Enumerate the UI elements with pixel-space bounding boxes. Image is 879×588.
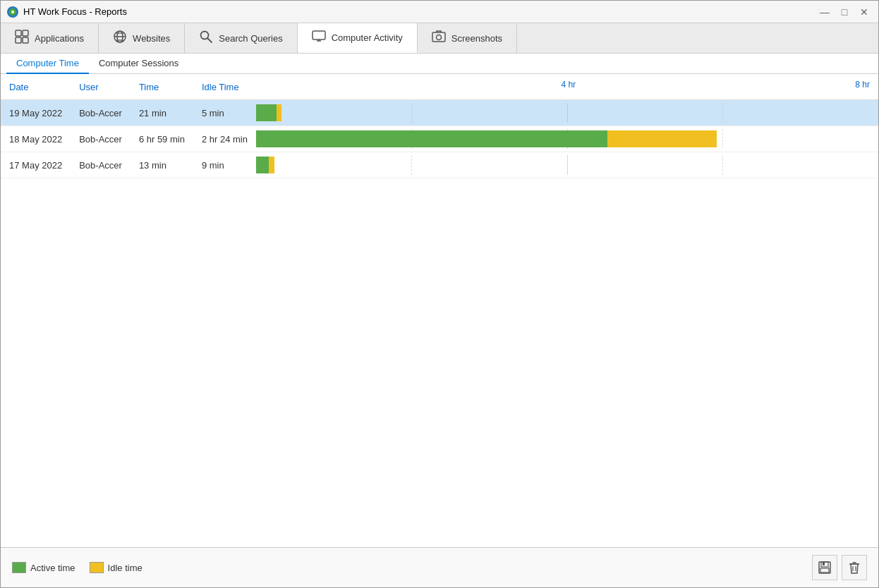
maximize-button[interactable]: □	[836, 4, 853, 20]
svg-point-12	[201, 32, 209, 39]
title-bar-controls: — □ ✕	[816, 4, 873, 20]
svg-line-13	[208, 39, 212, 43]
legend-idle-color	[90, 562, 104, 573]
legend-active: Active time	[12, 562, 75, 573]
legend-active-label: Active time	[30, 563, 75, 573]
delete-icon	[847, 561, 861, 575]
cell-user: Bob-Accer	[71, 100, 131, 126]
svg-rect-3	[16, 30, 21, 36]
legend-idle-label: Idle time	[108, 563, 143, 573]
chart-bar-container	[256, 103, 878, 123]
cell-date: 17 May 2022	[1, 152, 71, 178]
chart-bar-container	[256, 155, 878, 175]
main-window: HT Work Focus - Reports — □ ✕ Applicatio…	[0, 0, 879, 588]
main-tab-bar: Applications Websites Searc	[1, 23, 878, 54]
cell-idle-time: 2 hr 24 min	[193, 126, 256, 152]
table-row[interactable]: 18 May 2022Bob-Accer6 hr 59 min2 hr 24 m…	[1, 126, 878, 152]
window-title: HT Work Focus - Reports	[23, 6, 127, 17]
title-bar-left: HT Work Focus - Reports	[6, 6, 127, 18]
chart-bar-segment-idle	[277, 104, 281, 121]
footer-buttons	[812, 555, 867, 580]
search-icon	[199, 30, 213, 47]
table-row[interactable]: 19 May 2022Bob-Accer21 min5 min	[1, 100, 878, 126]
chart-label-4hr: 4 hr	[561, 80, 576, 90]
chart-grid-line	[567, 155, 568, 175]
chart-bar-container	[256, 129, 878, 149]
tab-websites-label: Websites	[133, 33, 170, 44]
table-header-row: Date User Time Idle Time	[1, 74, 878, 100]
app-icon	[6, 6, 19, 18]
tab-computer-activity-label: Computer Activity	[332, 32, 403, 43]
svg-point-2	[11, 11, 14, 13]
tab-screenshots[interactable]: Screenshots	[418, 23, 517, 53]
svg-rect-5	[16, 37, 21, 43]
footer-bar: Active time Idle time	[1, 547, 878, 587]
tab-screenshots-label: Screenshots	[451, 33, 502, 44]
chart-header-inner: 4 hr 8 hr	[265, 80, 870, 94]
applications-icon	[15, 30, 29, 47]
tab-applications[interactable]: Applications	[1, 23, 99, 53]
close-button[interactable]: ✕	[856, 4, 873, 20]
chart-bar-segment-idle	[269, 157, 275, 173]
tab-websites[interactable]: Websites	[99, 23, 185, 53]
col-user: User	[71, 74, 131, 100]
col-chart: 4 hr 8 hr	[256, 74, 878, 100]
tab-search-queries-label: Search Queries	[219, 33, 282, 44]
col-idle-time: Idle Time	[193, 74, 256, 100]
table-row[interactable]: 17 May 2022Bob-Accer13 min9 min	[1, 152, 878, 178]
save-button[interactable]	[812, 555, 837, 580]
legend-active-color	[12, 562, 26, 573]
cell-user: Bob-Accer	[71, 152, 131, 178]
cell-idle-time: 9 min	[193, 152, 256, 178]
title-bar: HT Work Focus - Reports — □ ✕	[1, 1, 878, 23]
cell-chart	[256, 152, 878, 178]
cell-idle-time: 5 min	[193, 100, 256, 126]
cell-user: Bob-Accer	[71, 126, 131, 152]
cell-time: 21 min	[131, 100, 193, 126]
computer-activity-icon	[312, 29, 326, 46]
table-body: 19 May 2022Bob-Accer21 min5 min18 May 20…	[1, 100, 878, 178]
chart-label-8hr: 8 hr	[855, 80, 870, 90]
content-area: Date User Time Idle Time	[1, 74, 878, 587]
svg-rect-4	[23, 30, 28, 36]
cell-date: 18 May 2022	[1, 126, 71, 152]
svg-rect-21	[823, 562, 825, 565]
chart-dashed-line	[722, 155, 723, 175]
data-table: Date User Time Idle Time	[1, 74, 878, 178]
chart-bar-segment-active	[256, 157, 269, 173]
chart-dashed-line	[722, 103, 723, 123]
cell-date: 19 May 2022	[1, 100, 71, 126]
chart-grid-line	[567, 103, 568, 123]
table-container: Date User Time Idle Time	[1, 74, 878, 547]
chart-dashed-line	[411, 103, 412, 123]
sub-tab-bar: Computer Time Computer Sessions	[1, 54, 878, 74]
tab-applications-label: Applications	[35, 33, 84, 44]
minimize-button[interactable]: —	[816, 4, 833, 20]
tab-computer-activity[interactable]: Computer Activity	[298, 23, 418, 53]
chart-dashed-line	[722, 129, 723, 149]
svg-rect-14	[313, 31, 325, 39]
cell-chart	[256, 100, 878, 126]
col-time: Time	[131, 74, 193, 100]
screenshots-icon	[432, 30, 446, 47]
chart-dashed-line	[411, 155, 412, 175]
legend-idle: Idle time	[90, 562, 143, 573]
save-icon	[818, 561, 832, 575]
svg-rect-6	[23, 37, 28, 43]
legend: Active time Idle time	[12, 562, 143, 573]
cell-time: 6 hr 59 min	[131, 126, 193, 152]
sub-tab-computer-time[interactable]: Computer Time	[6, 54, 89, 74]
cell-chart	[256, 126, 878, 152]
svg-rect-22	[820, 568, 829, 572]
websites-icon	[113, 30, 127, 47]
chart-bar-segment-active	[256, 130, 607, 147]
svg-point-18	[436, 35, 441, 40]
cell-time: 13 min	[131, 152, 193, 178]
tab-search-queries[interactable]: Search Queries	[185, 23, 297, 53]
delete-button[interactable]	[842, 555, 867, 580]
chart-bar-segment-idle	[607, 130, 716, 147]
col-date: Date	[1, 74, 71, 100]
chart-bar-segment-active	[256, 104, 277, 121]
sub-tab-computer-sessions[interactable]: Computer Sessions	[89, 54, 188, 74]
